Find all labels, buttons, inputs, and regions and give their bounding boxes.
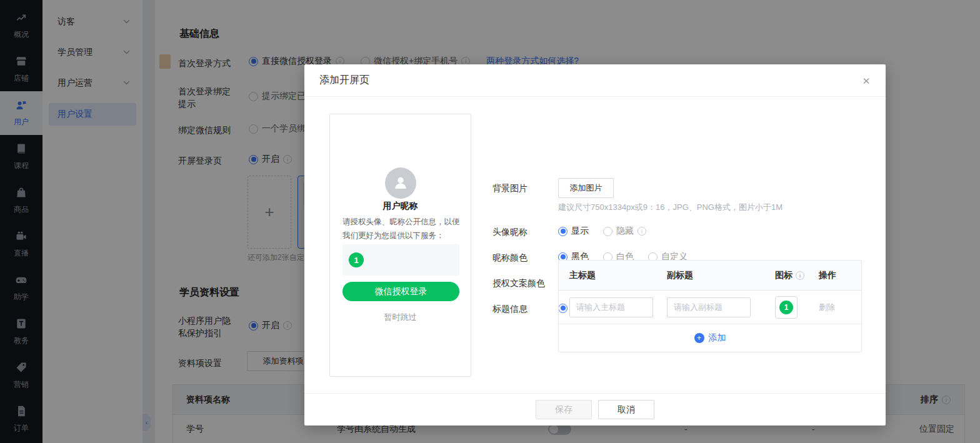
titles-table-row: 1 删除 — [559, 290, 861, 324]
col-action: 操作 — [819, 270, 861, 281]
avatar — [385, 167, 416, 199]
radio-selected-icon[interactable] — [558, 227, 568, 236]
delete-row-button[interactable]: 删除 — [819, 302, 835, 312]
col-icon: 图标 i — [775, 270, 819, 281]
icon-badge: 1 — [779, 301, 793, 314]
col-label: 图标 — [775, 270, 792, 281]
add-title-row-button[interactable]: + 添加 — [559, 324, 861, 352]
plus-circle-icon: + — [694, 333, 704, 343]
splash-preview-panel: 用户昵称 请授权头像、昵称公开信息，以便 我们更好为您提供以下服务： 1 微信授… — [329, 114, 471, 377]
info-icon[interactable]: i — [796, 271, 804, 280]
person-icon — [392, 174, 409, 193]
info-icon[interactable]: i — [638, 227, 646, 236]
preview-service-box: 1 — [342, 244, 459, 276]
modal-footer: 保存 取消 — [304, 393, 886, 426]
main-title-input[interactable] — [569, 297, 653, 317]
col-sub-title: 副标题 — [667, 270, 775, 281]
modal-title: 添加开屏页 — [319, 74, 369, 87]
add-splash-page-modal: 添加开屏页 ✕ 用户昵称 请授权头像、昵称公开信息，以便 我们更好为您提供以下服… — [304, 64, 886, 426]
col-label: 主标题 — [569, 270, 596, 281]
col-label: 操作 — [819, 270, 836, 280]
col-label: 副标题 — [667, 270, 693, 281]
preview-desc-line2: 我们更好为您提供以下服务： — [342, 231, 444, 240]
title-info-label: 标题信息 — [492, 304, 528, 315]
wechat-auth-login-button[interactable]: 微信授权登录 — [342, 282, 459, 301]
bg-image-label: 背景图片 — [492, 183, 528, 194]
radio-option-hide[interactable]: 隐藏 i — [603, 226, 646, 237]
close-icon[interactable]: ✕ — [859, 74, 873, 88]
icon-picker-button[interactable]: 1 — [775, 296, 798, 319]
skip-link[interactable]: 暂时跳过 — [330, 312, 471, 323]
preview-desc-line1: 请授权头像、昵称公开信息，以便 — [342, 217, 460, 226]
radio-label: 隐藏 — [616, 226, 634, 237]
avatar-nick-label: 头像昵称 — [492, 227, 528, 238]
save-button[interactable]: 保存 — [536, 400, 592, 419]
auth-text-color-label: 授权文案颜色 — [492, 278, 545, 289]
modal-header: 添加开屏页 — [304, 64, 886, 97]
service-badge: 1 — [349, 252, 364, 267]
add-label: 添加 — [709, 332, 726, 344]
preview-nickname: 用户昵称 — [330, 201, 471, 212]
titles-table: 主标题 副标题 图标 i 操作 1 删除 + — [558, 260, 862, 352]
sub-title-input[interactable] — [667, 297, 751, 317]
radio-icon[interactable] — [603, 227, 612, 236]
nickname-color-label: 昵称颜色 — [492, 252, 528, 264]
titles-table-header: 主标题 副标题 图标 i 操作 — [559, 261, 861, 290]
col-main-title: 主标题 — [559, 270, 667, 281]
preview-description: 请授权头像、昵称公开信息，以便 我们更好为您提供以下服务： — [342, 216, 461, 243]
radio-option-show[interactable]: 显示 — [558, 226, 589, 237]
bg-image-hint: 建议尺寸750x1334px或9：16，JPG、PNG格式，图片小于1M — [558, 202, 782, 213]
radio-label: 显示 — [571, 226, 589, 237]
add-image-button[interactable]: 添加图片 — [558, 178, 614, 198]
cancel-button[interactable]: 取消 — [598, 400, 654, 419]
